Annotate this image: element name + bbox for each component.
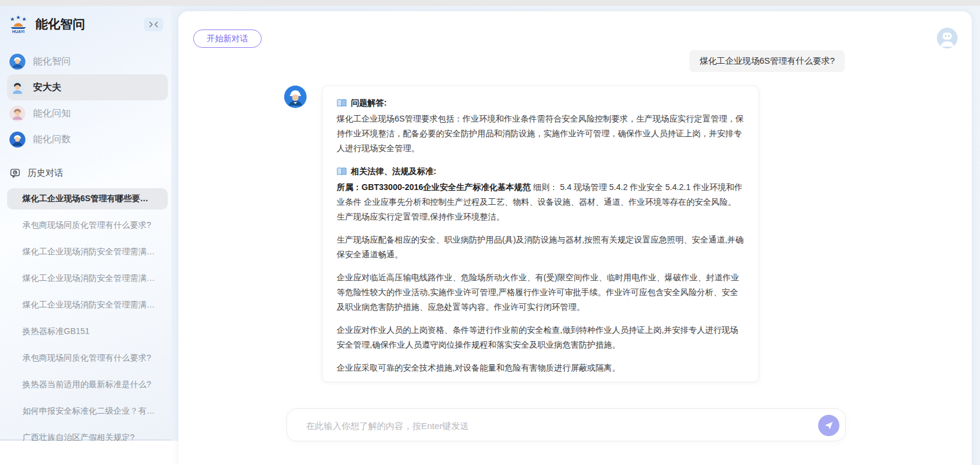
sidebar: HUAYI 能化智问 能化智问 <box>0 6 171 440</box>
history-chat-icon <box>9 168 21 179</box>
history-header-label: 历史对话 <box>28 168 63 179</box>
history-item[interactable]: 承包商现场同质化管理有什么要求? <box>0 215 171 236</box>
sidebar-item-andaifu[interactable]: 安大夫 <box>7 74 168 100</box>
book-icon <box>337 99 347 107</box>
history-list: 煤化工企业现场6S管理有哪些要… 承包商现场同质化管理有什么要求? 煤化工企业现… <box>0 188 171 454</box>
history-item[interactable]: 承包商现场同质化管理有什么要求? <box>0 348 171 369</box>
nav-label: 能化问数 <box>33 133 71 146</box>
assistant-avatar-icon <box>9 54 25 70</box>
answer-paragraph: 生产现场应配备相应的安全、职业病防护用品(具)及消防设施与器材,按照有关规定设置… <box>337 232 744 262</box>
history-item-label: 换热器当前适用的最新标准是什么? <box>22 379 151 390</box>
user-profile-avatar[interactable] <box>937 28 958 48</box>
answer-paragraph: 企业应对临近高压输电线路作业、危险场所动火作业、有(受)限空间作业、临时用电作业… <box>337 270 744 315</box>
answer-law-heading: 相关法律、法规及标准: <box>337 164 744 179</box>
history-item[interactable]: 换热器标准GB151 <box>0 321 171 342</box>
history-item[interactable]: 如何申报安全标准化二级企业？有… <box>0 401 171 422</box>
doctor-avatar-icon <box>9 80 25 96</box>
sidebar-item-nenghua-wenshu[interactable]: 能化问数 <box>0 126 171 152</box>
send-button[interactable] <box>818 415 839 436</box>
book-icon <box>337 167 347 176</box>
sidebar-footer-strip <box>0 441 178 465</box>
bot-avatar-icon <box>284 86 307 108</box>
nav-label: 能化问知 <box>33 107 71 120</box>
history-item-label: 如何申报安全标准化二级企业？有… <box>22 406 155 417</box>
sidebar-nav: 能化智问 安大夫 能化问知 <box>0 48 171 152</box>
history-item-label: 煤化工企业现场6S管理有哪些要… <box>22 194 148 204</box>
qa-heading-text: 问题解答: <box>351 96 387 110</box>
law-heading-text: 相关法律、法规及标准: <box>351 164 437 179</box>
sidebar-item-nenghua-zhiwen[interactable]: 能化智问 <box>0 48 171 74</box>
bot-answer-card: 问题解答: 煤化工企业现场6S管理要求包括：作业环境和作业条件需符合安全风险控制… <box>322 86 759 382</box>
chat-panel: 开始新对话 煤化工企业现场6S管理有什么要求? <box>178 11 972 465</box>
message-input[interactable] <box>305 409 792 442</box>
message-composer <box>286 408 846 441</box>
data-avatar-icon <box>9 132 25 148</box>
send-plane-icon <box>823 420 834 431</box>
history-item-label: 承包商现场同质化管理有什么要求? <box>22 353 151 364</box>
logo-brand-text: HUAYI <box>12 30 24 34</box>
answer-paragraph: 煤化工企业现场6S管理要求包括：作业环境和作业条件需符合安全风险控制要求，生产现… <box>337 112 744 156</box>
new-chat-button-label: 开始新对话 <box>207 34 248 44</box>
sidebar-item-nenghua-wenzhi[interactable]: 能化问知 <box>0 100 171 126</box>
sidebar-collapse-button[interactable] <box>144 18 163 31</box>
app-title: 能化智问 <box>35 16 144 32</box>
history-item-label: 承包商现场同质化管理有什么要求? <box>22 220 151 231</box>
history-item[interactable]: 煤化工企业现场6S管理有哪些要… <box>7 188 168 209</box>
knowledge-avatar-icon <box>9 106 25 122</box>
app-root: HUAYI 能化智问 能化智问 <box>0 6 980 465</box>
user-question-text: 煤化工企业现场6S管理有什么要求? <box>699 56 835 66</box>
sidebar-header: HUAYI 能化智问 <box>0 6 171 34</box>
answer-paragraph: 企业应采取可靠的安全技术措施,对设备能量和危险有害物质进行屏蔽或隔离。 <box>337 361 744 375</box>
history-item[interactable]: 换热器当前适用的最新标准是什么? <box>0 374 171 395</box>
new-chat-button[interactable]: 开始新对话 <box>193 30 262 48</box>
collapse-icon <box>149 21 158 28</box>
history-item-label: 换热器标准GB151 <box>22 326 90 337</box>
history-item-label: 煤化工企业现场消防安全管理需满… <box>22 273 155 284</box>
nav-label: 安大夫 <box>33 81 61 94</box>
history-item-label: 煤化工企业现场消防安全管理需满… <box>22 247 155 257</box>
answer-paragraph: 企业应对作业人员的上岗资格、条件等进行作业前的安全检查,做到特种作业人员持证上岗… <box>337 323 744 352</box>
answer-paragraph: 所属：GBT33000-2016企业安全生产标准化基本规范 细则： 5.4 现场… <box>337 180 744 224</box>
user-question-bubble: 煤化工企业现场6S管理有什么要求? <box>689 50 845 72</box>
history-item[interactable]: 煤化工企业现场消防安全管理需满… <box>0 294 171 316</box>
huayi-logo-icon: HUAYI <box>8 14 28 34</box>
nav-label: 能化智问 <box>33 55 71 68</box>
history-section-header: 历史对话 <box>9 168 171 179</box>
history-item[interactable]: 煤化工企业现场消防安全管理需满… <box>0 241 171 263</box>
answer-qa-heading: 问题解答: <box>337 96 744 110</box>
history-item-label: 煤化工企业现场消防安全管理需满… <box>22 300 155 310</box>
history-item[interactable]: 煤化工企业现场消防安全管理需满… <box>0 268 171 289</box>
law-standard-name: 所属：GBT33000-2016企业安全生产标准化基本规范 <box>337 182 530 192</box>
